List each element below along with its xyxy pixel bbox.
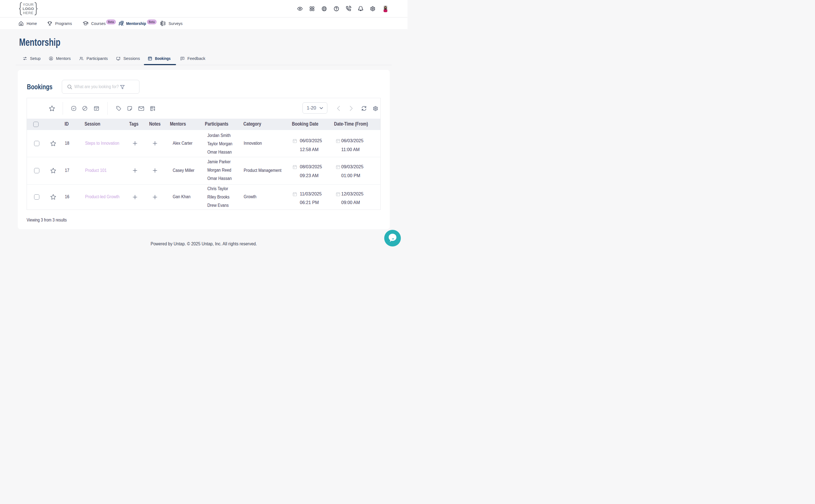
svg-text:HERE: HERE [23,11,34,15]
svg-text:LOGO: LOGO [22,7,34,11]
svg-text:YOUR: YOUR [23,2,34,7]
